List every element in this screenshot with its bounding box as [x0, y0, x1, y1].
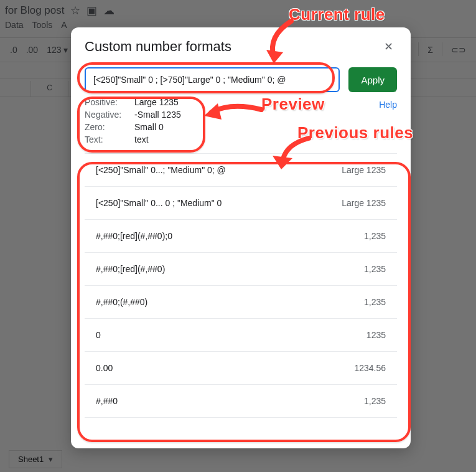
rule-item[interactable]: [<250]"Small" 0... 0 ; "Medium" 0Large 1…: [85, 187, 397, 220]
rule-item[interactable]: 0.001234.56: [85, 352, 397, 385]
custom-number-formats-dialog: Custom number formats ✕ Apply Help Posit…: [71, 27, 411, 448]
rule-code: #,##0;(#,##0): [96, 297, 147, 307]
rule-item[interactable]: #,##0;[red](#,##0)1,235: [85, 253, 397, 286]
rule-code: [<250]"Small" 0...; "Medium" 0; @: [96, 165, 226, 175]
preview-negative-label: Negative:: [85, 110, 134, 120]
rule-sample: 1,235: [364, 264, 386, 274]
anno-preview: Preview: [261, 95, 325, 114]
preview-zero-label: Zero:: [85, 122, 134, 132]
rule-sample: 1,235: [364, 297, 386, 307]
rule-sample: 1,235: [364, 231, 386, 241]
rule-code: #,##0;[red](#,##0);0: [96, 231, 172, 241]
rule-sample: Large 1235: [342, 198, 386, 208]
close-button[interactable]: ✕: [380, 37, 397, 56]
anno-current-rule: Current rule: [289, 5, 385, 24]
rule-item[interactable]: #,##0;[red](#,##0);01,235: [85, 220, 397, 253]
anno-previous-rules: Previous rules: [297, 123, 413, 143]
rule-item[interactable]: [<250]"Small" 0...; "Medium" 0; @Large 1…: [85, 154, 397, 187]
rule-code: [<250]"Small" 0... 0 ; "Medium" 0: [96, 198, 222, 208]
close-icon: ✕: [384, 40, 393, 53]
rule-item[interactable]: 01235: [85, 319, 397, 352]
rule-sample: 1234.56: [354, 363, 386, 373]
rule-code: 0: [96, 330, 101, 340]
rule-item[interactable]: #,##0;(#,##0)1,235: [85, 286, 397, 319]
rule-code: #,##0: [96, 396, 118, 406]
previous-rules-list: [<250]"Small" 0...; "Medium" 0; @Large 1…: [85, 153, 397, 440]
rule-sample: Large 1235: [342, 165, 386, 175]
apply-button[interactable]: Apply: [348, 67, 397, 92]
format-input[interactable]: [85, 67, 340, 92]
rule-sample: 1235: [366, 330, 386, 340]
rule-sample: 1,235: [364, 396, 386, 406]
dialog-title: Custom number formats: [85, 39, 231, 55]
preview-positive-label: Positive:: [85, 97, 134, 107]
rule-item[interactable]: #,##01,235: [85, 385, 397, 418]
rule-code: 0.00: [96, 363, 113, 373]
rule-code: #,##0;[red](#,##0): [96, 264, 165, 274]
preview-text-label: Text:: [85, 135, 134, 144]
